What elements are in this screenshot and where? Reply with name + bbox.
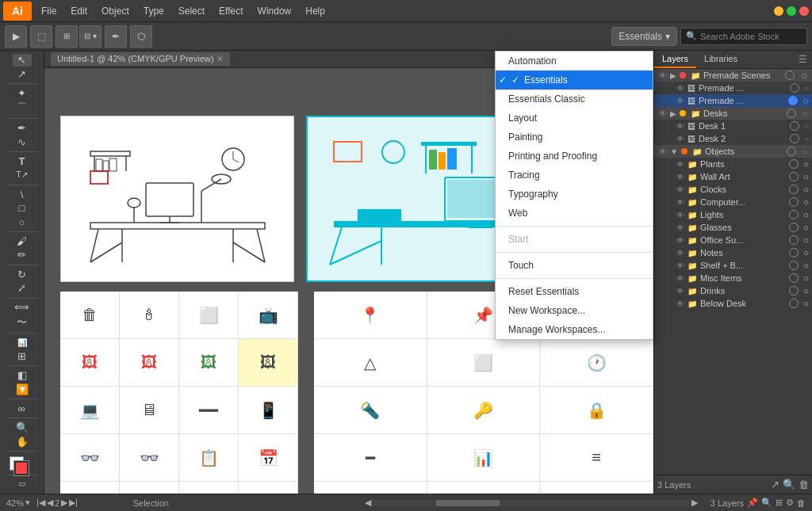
layer-plants[interactable]: 👁 📁 Plants ○	[654, 158, 812, 170]
selection-tool[interactable]: ↖	[13, 54, 32, 67]
nav-next-end[interactable]: ▶|	[69, 498, 78, 508]
stroke-swatch[interactable]	[14, 461, 29, 475]
settings-btn[interactable]: ⚙	[786, 498, 794, 508]
screen-mode-btn[interactable]: ▭	[13, 478, 32, 490]
type-touch-tool[interactable]: T↗	[13, 169, 32, 181]
zoom-control[interactable]: 42% ▾	[6, 498, 30, 508]
paintbrush-tool[interactable]: 🖌	[13, 235, 32, 248]
layers-group-objects[interactable]: 👁 ▼ 📁 Objects ○	[654, 145, 812, 158]
plants-target[interactable]	[789, 159, 799, 169]
gradient-tool[interactable]: ◧	[13, 369, 32, 382]
drinks-target[interactable]	[789, 286, 799, 296]
graph-tool[interactable]: 📊	[13, 336, 32, 349]
menu-file[interactable]: File	[35, 4, 63, 18]
tab-layers[interactable]: Layers	[654, 51, 696, 68]
direct-selection-tool[interactable]: ↗	[13, 68, 32, 81]
curvature-tool[interactable]: ∿	[13, 135, 32, 148]
glasses-target[interactable]	[789, 223, 799, 232]
dropdown-layout[interactable]: Layout	[496, 109, 653, 128]
dropdown-essentials-classic[interactable]: Essentials Classic	[496, 90, 653, 109]
nav-prev[interactable]: ◀	[47, 498, 53, 508]
dropdown-web[interactable]: Web	[496, 204, 653, 223]
desks-target[interactable]	[787, 109, 796, 118]
menu-select[interactable]: Select	[172, 4, 211, 18]
premade-1-target[interactable]	[790, 83, 799, 93]
rect-tool[interactable]: □	[13, 202, 32, 215]
layer-notes[interactable]: 👁 📁 Notes ○	[654, 246, 812, 259]
pencil-tool[interactable]: ✏	[13, 249, 32, 261]
type-tool[interactable]: T	[13, 155, 32, 168]
menu-window[interactable]: Window	[251, 4, 298, 18]
desk-2-target[interactable]	[790, 134, 799, 143]
menu-help[interactable]: Help	[299, 4, 331, 18]
ellipse-tool[interactable]: ○	[13, 215, 32, 228]
close-button[interactable]	[799, 6, 809, 16]
new-layer-btn[interactable]: 🔍	[783, 479, 795, 490]
computer-target[interactable]	[789, 197, 799, 207]
hand-tool[interactable]: ✋	[13, 436, 32, 448]
pin-btn[interactable]: 📌	[747, 498, 758, 508]
layer-computer[interactable]: 👁 📁 Computer... ○	[654, 196, 812, 208]
pen-tool-btn[interactable]: ✒	[105, 25, 127, 48]
layer-misc[interactable]: 👁 📁 Misc Items ○	[654, 272, 812, 284]
document-tab[interactable]: Untitled-1 @ 42% (CMYK/GPU Preview) ✕	[51, 52, 230, 66]
belowdesk-target[interactable]	[789, 299, 799, 308]
dropdown-touch[interactable]: Touch	[496, 256, 653, 275]
eyedropper-tool[interactable]: 🔽	[13, 383, 32, 396]
menu-type[interactable]: Type	[137, 4, 170, 18]
line-tool[interactable]: \	[13, 188, 32, 200]
menu-edit[interactable]: Edit	[64, 4, 94, 18]
dropdown-printing-proofing[interactable]: Printing and Proofing	[496, 147, 653, 166]
layer-premade-2[interactable]: 👁 🖼 Premade ... ⊙	[654, 94, 812, 107]
notes-target[interactable]	[789, 248, 799, 257]
layer-drinks[interactable]: 👁 📁 Drinks ○	[654, 284, 812, 297]
dropdown-painting[interactable]: Painting	[496, 128, 653, 147]
stock-search[interactable]: 🔍 Search Adobe Stock	[680, 28, 807, 45]
make-sublayer-btn[interactable]: ↗	[771, 479, 779, 490]
dropdown-manage-workspaces[interactable]: Manage Workspaces...	[496, 320, 653, 339]
dropdown-essentials[interactable]: ✓ Essentials	[496, 71, 653, 90]
mesh-tool[interactable]: ⊞	[13, 350, 32, 363]
scroll-left-btn[interactable]: ◀	[365, 498, 371, 508]
scroll-right-btn[interactable]: ▶	[691, 498, 698, 508]
workspace-selector[interactable]: Essentials ▾	[611, 27, 677, 46]
dropdown-tracing[interactable]: Tracing	[496, 166, 653, 185]
panel-menu-btn[interactable]: ☰	[794, 51, 812, 68]
pen-tool[interactable]: ✒	[13, 122, 32, 135]
tab-close-btn[interactable]: ✕	[216, 54, 224, 63]
menu-effect[interactable]: Effect	[213, 4, 249, 18]
menu-object[interactable]: Object	[95, 4, 136, 18]
premade-2-target[interactable]	[788, 96, 798, 105]
width-tool[interactable]: ⟺	[13, 301, 32, 314]
maximize-button[interactable]	[787, 6, 796, 16]
layer-glasses[interactable]: 👁 📁 Glasses ○	[654, 221, 812, 234]
magic-wand-tool[interactable]: ✦	[13, 87, 32, 100]
layers-group-premade[interactable]: 👁 ▶ 📁 Premade Scenes ⊙	[654, 69, 812, 82]
lights-target[interactable]	[789, 210, 799, 219]
layer-wallart[interactable]: 👁 📁 Wall Art ○	[654, 170, 812, 183]
dropdown-new-workspace[interactable]: New Workspace...	[496, 301, 653, 320]
misc-target[interactable]	[789, 273, 799, 283]
objects-target[interactable]	[787, 147, 796, 156]
layer-officesu[interactable]: 👁 📁 Office Su... ○	[654, 234, 812, 246]
delete-btn[interactable]: 🗑	[797, 498, 806, 508]
layer-clocks[interactable]: 👁 📁 Clocks ○	[654, 183, 812, 196]
layer-premade-1[interactable]: 👁 🖼 Premade ... ○	[654, 82, 812, 94]
view-mode-btn1[interactable]: ⊞	[56, 25, 78, 48]
shelf-target[interactable]	[789, 261, 799, 270]
layer-shelf[interactable]: 👁 📁 Shelf + B... ○	[654, 259, 812, 272]
fit-btn[interactable]: ⊞	[776, 498, 783, 508]
layer-belowdesk[interactable]: 👁 📁 Below Desk ○	[654, 297, 812, 310]
search-btn[interactable]: 🔍	[761, 498, 772, 508]
dropdown-typography[interactable]: Typography	[496, 185, 653, 204]
hscroll-thumb[interactable]	[436, 500, 500, 506]
minimize-button[interactable]	[774, 6, 783, 16]
layer-desk-1[interactable]: 👁 🖼 Desk 1 ○	[654, 120, 812, 132]
dropdown-reset[interactable]: Reset Essentials	[496, 282, 653, 301]
artboard-btn[interactable]: ⬚	[30, 25, 52, 48]
lasso-tool[interactable]: ⌒	[13, 101, 32, 115]
warp-tool[interactable]: 〜	[13, 315, 32, 330]
layer-lights[interactable]: 👁 📁 Lights ○	[654, 208, 812, 221]
premade-scenes-target[interactable]	[785, 71, 795, 80]
tab-libraries[interactable]: Libraries	[696, 51, 745, 68]
